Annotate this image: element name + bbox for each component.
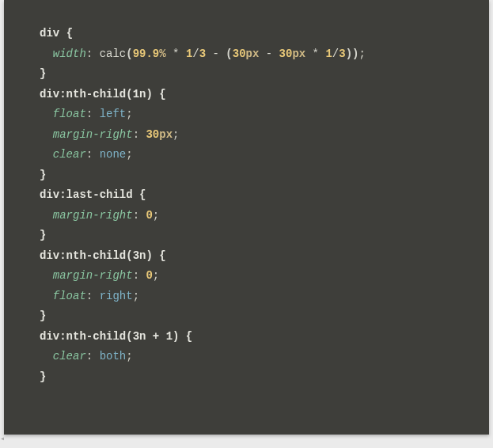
scroll-left-icon: ◂ [0,435,5,443]
code-block: div { width: calc(99.9% * 1/3 - (30px - … [4,0,489,387]
code-panel: div { width: calc(99.9% * 1/3 - (30px - … [4,0,489,435]
